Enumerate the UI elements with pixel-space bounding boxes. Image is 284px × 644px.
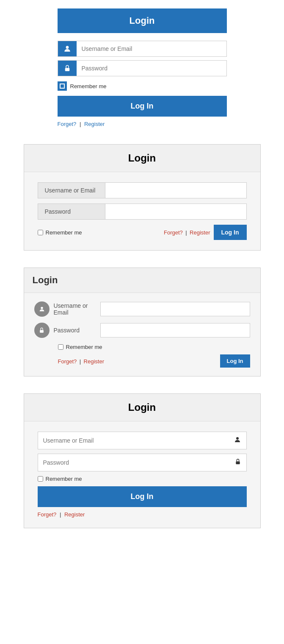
svg-rect-4 xyxy=(40,330,44,332)
v4-password-row xyxy=(38,454,247,471)
v3-separator: | xyxy=(80,358,81,365)
login-form-variant1: Login Remember me Log In Forget? | xyxy=(58,8,227,127)
v1-links: Forget? | Register xyxy=(58,121,227,127)
v3-bottom-row: Forget? | Register Log In xyxy=(58,354,250,368)
v3-title: Login xyxy=(24,268,260,293)
v3-user-icon xyxy=(34,301,50,317)
v4-register-link[interactable]: Register xyxy=(64,511,85,518)
v2-remember-label: Remember me xyxy=(46,229,82,236)
v4-form-body: Remember me Log In Forget? | Register xyxy=(24,421,260,528)
v3-password-label: Password xyxy=(54,327,100,334)
v4-user-icon xyxy=(229,436,246,446)
v2-password-row: Password xyxy=(38,204,247,220)
v1-separator: | xyxy=(80,121,81,127)
v2-bottom-row: Remember me Forget? | Register Log In xyxy=(38,225,247,240)
v2-password-input[interactable] xyxy=(105,204,247,220)
v3-username-row: Username or Email xyxy=(34,301,250,317)
v4-separator: | xyxy=(60,511,61,518)
v4-remember-row: Remember me xyxy=(38,476,247,482)
v2-username-label: Username or Email xyxy=(38,182,105,198)
v3-username-input[interactable] xyxy=(100,302,250,316)
v1-title: Login xyxy=(58,8,227,33)
v3-password-input[interactable] xyxy=(100,323,250,337)
v2-title: Login xyxy=(24,145,260,172)
login-form-variant3: Login Username or Email Password xyxy=(24,268,261,376)
svg-point-0 xyxy=(66,46,69,49)
svg-rect-2 xyxy=(60,84,64,88)
v2-login-button[interactable]: Log In xyxy=(214,225,247,240)
v4-login-button[interactable]: Log In xyxy=(38,486,247,507)
v2-links: Forget? | Register xyxy=(164,229,210,236)
v1-login-button[interactable]: Log In xyxy=(58,96,227,117)
v3-remember-checkbox[interactable] xyxy=(58,344,63,350)
v3-username-label: Username or Email xyxy=(54,302,100,316)
v1-password-input[interactable] xyxy=(77,61,226,76)
v1-remember-label: Remember me xyxy=(70,83,107,89)
v1-password-row xyxy=(58,60,227,76)
svg-rect-1 xyxy=(65,68,69,71)
v3-login-button[interactable]: Log In xyxy=(220,354,250,368)
v3-register-link[interactable]: Register xyxy=(84,358,104,365)
v2-forget-link[interactable]: Forget? xyxy=(164,229,183,236)
v2-register-link[interactable]: Register xyxy=(190,229,210,236)
v3-remember-row: Remember me xyxy=(58,344,250,350)
v4-remember-checkbox[interactable] xyxy=(38,476,43,482)
v1-user-icon xyxy=(58,41,77,56)
v3-links: Forget? | Register xyxy=(58,357,105,365)
v4-username-input[interactable] xyxy=(38,432,229,449)
v1-remember-row: Remember me xyxy=(58,81,227,91)
v3-form-body: Username or Email Password Remember me F… xyxy=(24,293,260,376)
v4-username-row xyxy=(38,432,247,449)
v4-lock-icon xyxy=(229,458,246,468)
v2-password-label: Password xyxy=(38,204,105,220)
v4-forget-link[interactable]: Forget? xyxy=(38,511,57,518)
login-form-variant4: Login Remember me Log In xyxy=(24,393,261,528)
login-form-variant2: Login Username or Email Password Remembe… xyxy=(24,144,261,251)
svg-rect-6 xyxy=(236,461,240,464)
v4-title: Login xyxy=(24,394,260,421)
v1-register-link[interactable]: Register xyxy=(84,121,105,127)
v3-password-row: Password xyxy=(34,323,250,338)
v2-remember-checkbox[interactable] xyxy=(38,230,43,235)
v2-username-input[interactable] xyxy=(105,182,247,198)
v1-forget-link[interactable]: Forget? xyxy=(58,121,77,127)
v2-separator: | xyxy=(185,229,187,236)
v4-password-input[interactable] xyxy=(38,454,229,471)
v1-username-input[interactable] xyxy=(77,41,226,56)
v2-right-section: Forget? | Register Log In xyxy=(164,225,247,240)
v2-remember-row: Remember me xyxy=(38,229,82,236)
svg-point-3 xyxy=(41,307,43,309)
v4-remember-label: Remember me xyxy=(46,476,82,482)
v3-bottom-section: Remember me Forget? | Register Log In xyxy=(58,344,250,368)
v1-lock-icon xyxy=(58,61,77,76)
v1-checkbox-icon[interactable] xyxy=(58,81,67,91)
v4-links: Forget? | Register xyxy=(38,511,247,518)
v3-forget-link[interactable]: Forget? xyxy=(58,358,77,365)
v3-remember-label: Remember me xyxy=(66,344,102,350)
v1-username-row xyxy=(58,41,227,57)
v2-form-body: Username or Email Password Remember me F… xyxy=(24,172,260,250)
svg-point-5 xyxy=(236,437,239,440)
v3-lock-icon xyxy=(34,323,50,338)
v2-username-row: Username or Email xyxy=(38,182,247,198)
